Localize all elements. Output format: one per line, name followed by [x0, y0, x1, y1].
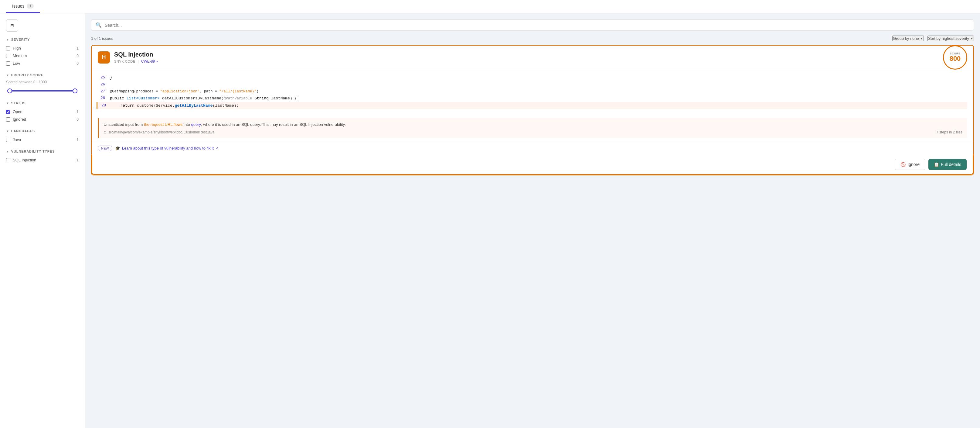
line-number: 29 — [99, 102, 106, 109]
external-link-icon: ↗ — [156, 60, 158, 63]
filter-ignored[interactable]: Ignored 0 — [6, 115, 79, 123]
high-label: High — [13, 46, 74, 51]
open-checkbox[interactable] — [6, 110, 10, 114]
priority-section-header[interactable]: ▼ PRIORITY SCORE — [6, 73, 79, 77]
issue-title: SQL Injection — [114, 51, 158, 58]
priority-section-label: PRIORITY SCORE — [11, 73, 43, 77]
priority-range-label: Scored between 0 - 1000 — [6, 80, 79, 84]
java-count: 1 — [76, 138, 79, 142]
tab-issues[interactable]: Issues 1 — [6, 0, 40, 13]
chevron-down-icon-3: ▼ — [6, 102, 10, 105]
cwe-link[interactable]: CWE-89 ↗ — [141, 59, 158, 64]
medium-count: 0 — [76, 54, 79, 58]
details-label: Full details — [941, 162, 961, 167]
filter-open[interactable]: Open 1 — [6, 108, 79, 115]
line-number: 28 — [98, 95, 105, 102]
filter-high[interactable]: High 1 — [6, 45, 79, 52]
search-input[interactable] — [105, 23, 969, 28]
code-section: 25 } 26 27 @GetMapping(produces = "appli… — [92, 69, 973, 114]
high-count: 1 — [76, 46, 79, 51]
low-checkbox[interactable] — [6, 61, 10, 65]
sql-injection-checkbox[interactable] — [6, 158, 10, 162]
details-icon: 📋 — [934, 162, 939, 167]
section-priority-score: ▼ PRIORITY SCORE Scored between 0 - 1000 — [6, 73, 79, 95]
line-content — [110, 81, 112, 88]
ignore-button[interactable]: 🚫 Ignore — [895, 159, 925, 170]
section-vuln-types: ▼ VULNERABILITY TYPES SQL Injection 1 — [6, 150, 79, 164]
sort-by-label: Sort by highest severity — [928, 36, 969, 41]
meta-separator: | — [138, 59, 139, 64]
alert-box: Unsanitized input from the request URL f… — [98, 118, 967, 138]
learn-link[interactable]: 🎓 Learn about this type of vulnerability… — [115, 146, 218, 150]
filter-low[interactable]: Low 0 — [6, 59, 79, 67]
slider-thumb-right[interactable] — [73, 88, 77, 93]
score-value: 800 — [950, 55, 961, 62]
group-by-button[interactable]: Group by none ▼ — [892, 35, 924, 42]
ignore-icon: 🚫 — [900, 162, 905, 167]
languages-section-header[interactable]: ▼ LANGUAGES — [6, 129, 79, 133]
filter-java[interactable]: Java 1 — [6, 136, 79, 144]
sql-injection-label: SQL Injection — [13, 158, 74, 162]
sql-injection-count: 1 — [76, 158, 79, 162]
app-container: Issues 1 ⊟ ▼ SEVERITY High 1 — [0, 0, 980, 428]
section-languages: ▼ LANGUAGES Java 1 — [6, 129, 79, 144]
code-line-28: 28 public List<Customer> getAllCustomers… — [98, 95, 967, 102]
cwe-label: CWE-89 — [141, 59, 155, 64]
chevron-down-icon-2: ▼ — [6, 73, 10, 77]
learn-link-text: Learn about this type of vulnerability a… — [122, 146, 214, 150]
sort-controls: Group by none ▼ Sort by highest severity… — [892, 35, 974, 42]
priority-slider[interactable] — [6, 87, 79, 95]
severity-badge: H — [98, 51, 110, 64]
status-section-header[interactable]: ▼ STATUS — [6, 101, 79, 105]
external-link-icon-2: ↗ — [216, 147, 218, 150]
open-count: 1 — [76, 110, 79, 114]
vuln-types-section-header[interactable]: ▼ VULNERABILITY TYPES — [6, 150, 79, 153]
code-line-27: 27 @GetMapping(produces = "application/j… — [98, 88, 967, 95]
file-path-text: src/main/java/com/example/snykbootweb/jd… — [108, 130, 214, 134]
chevron-down-icon-7: ▼ — [970, 37, 973, 40]
slider-fill — [7, 90, 77, 91]
sort-by-button[interactable]: Sort by highest severity ▼ — [928, 35, 974, 42]
high-checkbox[interactable] — [6, 46, 10, 51]
learn-section: NEW 🎓 Learn about this type of vulnerabi… — [92, 142, 973, 155]
ignored-label: Ignored — [13, 117, 74, 121]
issue-header: H SQL Injection SNYK CODE | CWE-89 ↗ — [92, 46, 973, 69]
search-bar: 🔍 — [91, 19, 974, 31]
java-label: Java — [13, 137, 74, 142]
medium-label: Medium — [13, 53, 74, 58]
languages-section-label: LANGUAGES — [11, 129, 35, 133]
filter-medium[interactable]: Medium 0 — [6, 52, 79, 59]
code-line-29: 29 return customerService.getAllByLastNa… — [97, 102, 967, 109]
code-line-25: 25 } — [98, 74, 967, 81]
slider-track — [7, 90, 77, 91]
ignore-label: Ignore — [907, 162, 920, 167]
tabs-bar: Issues 1 — [0, 0, 980, 13]
slider-thumb-left[interactable] — [7, 88, 12, 93]
steps-count: 7 steps in 2 files — [936, 130, 963, 134]
line-number: 26 — [98, 81, 105, 88]
ignored-count: 0 — [76, 117, 79, 121]
line-content: } — [110, 74, 112, 81]
severity-section-header[interactable]: ▼ SEVERITY — [6, 38, 79, 42]
section-status: ▼ STATUS Open 1 Ignored 0 — [6, 101, 79, 123]
chevron-down-icon-5: ▼ — [6, 150, 10, 153]
github-icon: ⊙ — [103, 130, 107, 134]
filter-sql-injection[interactable]: SQL Injection 1 — [6, 156, 79, 164]
ignored-checkbox[interactable] — [6, 117, 10, 121]
low-count: 0 — [76, 61, 79, 65]
filter-icon-button[interactable]: ⊟ — [6, 19, 18, 32]
chevron-down-icon-4: ▼ — [6, 129, 10, 133]
issue-meta: SNYK CODE | CWE-89 ↗ — [114, 59, 158, 64]
medium-checkbox[interactable] — [6, 54, 10, 58]
line-content: @GetMapping(produces = "application/json… — [110, 88, 259, 95]
full-details-button[interactable]: 📋 Full details — [928, 159, 967, 170]
low-label: Low — [13, 61, 74, 65]
java-checkbox[interactable] — [6, 138, 10, 142]
line-number: 27 — [98, 88, 105, 95]
severity-letter: H — [102, 54, 106, 61]
issue-title-group: SQL Injection SNYK CODE | CWE-89 ↗ — [114, 51, 158, 64]
group-by-label: Group by none — [893, 36, 919, 41]
line-content: public List<Customer> getAllCustomersByL… — [110, 95, 297, 102]
file-path: ⊙ src/main/java/com/example/snykbootweb/… — [103, 130, 214, 134]
graduation-cap-icon: 🎓 — [115, 146, 120, 150]
